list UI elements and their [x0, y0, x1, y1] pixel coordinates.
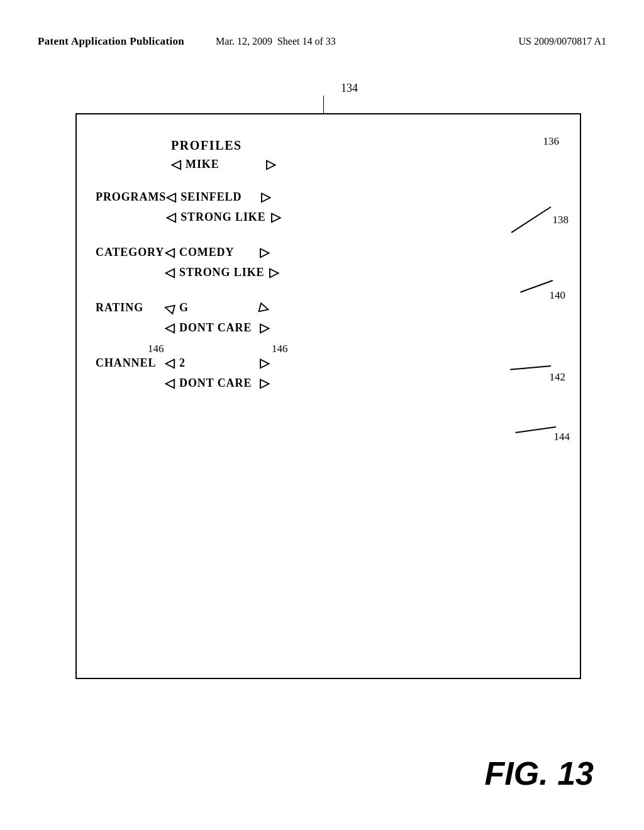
programs-value-0: SEINFELD: [180, 191, 256, 204]
rating-arrow-right-0[interactable]: ▷: [258, 299, 271, 316]
programs-arrow-left-1[interactable]: ◁: [166, 209, 175, 224]
channel-arrow-right-0[interactable]: ▷: [260, 355, 269, 370]
channel-section: CHANNEL ◁ 2 ▷ ◁ DONT CARE ▷: [96, 355, 561, 393]
rating-arrow-left-1[interactable]: ◁: [165, 320, 174, 335]
category-arrow-right-1[interactable]: ▷: [269, 265, 279, 280]
programs-row-1: ◁ STRONG LIKE ▷: [166, 209, 280, 224]
box-content: PROFILES ◁ MIKE ▷ PROGRAMS ◁ SEINFELD ▷: [77, 114, 580, 678]
category-section: CATEGORY ◁ COMEDY ▷ ◁ STRONG LIKE ▷: [96, 245, 561, 282]
profiles-row-0: ◁ MIKE ▷: [171, 157, 561, 172]
ref-140-label: 140: [550, 289, 566, 302]
profiles-section: PROFILES ◁ MIKE ▷: [171, 138, 561, 172]
channel-value-1: DONT CARE: [179, 377, 255, 390]
programs-label: PROGRAMS: [96, 189, 166, 204]
ref-142-label: 142: [550, 371, 566, 384]
channel-row-0: ◁ 2 ▷: [165, 355, 269, 370]
figure-label: FIG. 13: [485, 755, 594, 792]
programs-value-1: STRONG LIKE: [180, 211, 265, 224]
ref-134-line: [323, 96, 324, 113]
category-selectors: ◁ COMEDY ▷ ◁ STRONG LIKE ▷: [165, 245, 279, 282]
category-arrow-left-0[interactable]: ◁: [165, 245, 174, 260]
programs-section: PROGRAMS ◁ SEINFELD ▷ ◁ STRONG LIKE ▷: [96, 189, 561, 227]
channel-arrow-right-1[interactable]: ▷: [260, 375, 269, 390]
patent-number: US 2009/0070817 A1: [518, 36, 606, 47]
ref-138-label: 138: [553, 214, 569, 226]
channel-arrow-left-1[interactable]: ◁: [165, 375, 174, 390]
ref-146-right-label: 146: [272, 343, 288, 355]
category-arrow-right-0[interactable]: ▷: [260, 245, 269, 260]
programs-row-0: ◁ SEINFELD ▷: [166, 189, 280, 204]
channel-row-1: ◁ DONT CARE ▷: [165, 375, 269, 390]
ref-146-left-label: 146: [148, 343, 164, 355]
category-row-1: ◁ STRONG LIKE ▷: [165, 265, 279, 280]
rating-row-1: ◁ DONT CARE ▷: [165, 320, 269, 335]
category-value-0: COMEDY: [179, 246, 255, 259]
header-date: Mar. 12, 2009 Sheet 14 of 33: [216, 36, 336, 47]
category-label: CATEGORY: [96, 245, 165, 259]
category-row-0: ◁ COMEDY ▷: [165, 245, 279, 260]
rating-label: RATING: [96, 300, 165, 314]
main-box: PROFILES ◁ MIKE ▷ PROGRAMS ◁ SEINFELD ▷: [75, 113, 581, 679]
profiles-title: PROFILES: [171, 138, 561, 153]
ref-144-label: 144: [554, 431, 570, 443]
diagram-area: 134 PROFILES ◁ MIKE ▷ PROGRAMS ◁ SEINFEL: [50, 82, 594, 692]
rating-section: RATING ◁ G ▷ ◁ DONT CARE ▷: [96, 300, 561, 338]
programs-arrow-right-1[interactable]: ▷: [271, 209, 280, 224]
rating-value-1: DONT CARE: [179, 321, 255, 335]
page-header: Patent Application Publication Mar. 12, …: [0, 35, 644, 48]
channel-arrow-left-0[interactable]: ◁: [165, 355, 174, 370]
ref-134-label: 134: [341, 82, 358, 95]
channel-value-0: 2: [179, 357, 255, 370]
category-arrow-left-1[interactable]: ◁: [165, 265, 174, 280]
profiles-arrow-left[interactable]: ◁: [171, 157, 180, 172]
channel-selectors: ◁ 2 ▷ ◁ DONT CARE ▷: [165, 355, 269, 393]
ref-136-label: 136: [543, 135, 560, 148]
profiles-value-mike: MIKE: [186, 158, 261, 171]
profiles-arrow-right[interactable]: ▷: [266, 157, 275, 172]
rating-arrow-left-0[interactable]: ◁: [163, 299, 176, 316]
category-value-1: STRONG LIKE: [179, 266, 264, 279]
programs-selectors: ◁ SEINFELD ▷ ◁ STRONG LIKE ▷: [166, 189, 280, 227]
rating-arrow-right-1[interactable]: ▷: [260, 320, 269, 335]
rating-row-0: ◁ G ▷: [165, 300, 269, 315]
programs-arrow-right-0[interactable]: ▷: [261, 189, 270, 204]
channel-label: CHANNEL: [96, 355, 165, 370]
rating-value-0: G: [179, 301, 255, 314]
programs-arrow-left-0[interactable]: ◁: [166, 189, 175, 204]
patent-label: Patent Application Publication: [38, 35, 184, 48]
rating-selectors: ◁ G ▷ ◁ DONT CARE ▷: [165, 300, 269, 338]
